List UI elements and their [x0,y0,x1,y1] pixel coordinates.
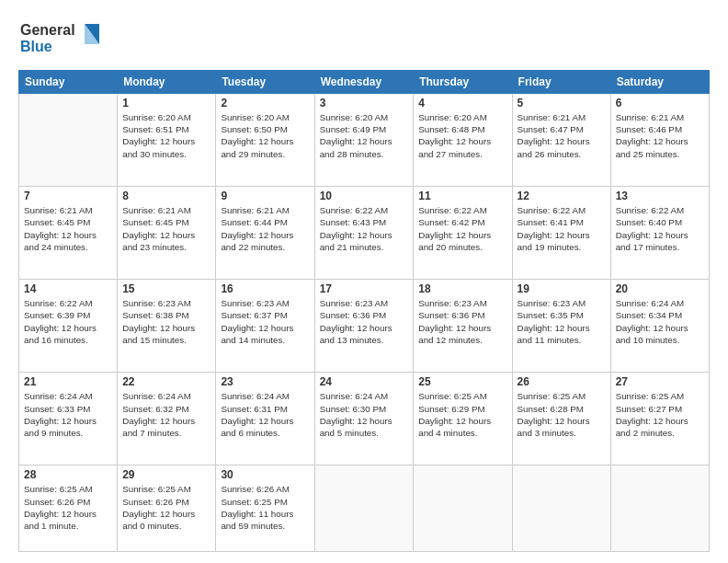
day-number: 8 [122,190,210,202]
day-info: Sunrise: 6:24 AM Sunset: 6:31 PM Dayligh… [221,390,309,439]
day-number: 28 [24,468,112,481]
calendar-cell: 24Sunrise: 6:24 AM Sunset: 6:30 PM Dayli… [314,373,414,465]
calendar-cell: 15Sunrise: 6:23 AM Sunset: 6:38 PM Dayli… [118,280,216,373]
day-info: Sunrise: 6:22 AM Sunset: 6:41 PM Dayligh… [518,204,606,253]
calendar-cell: 10Sunrise: 6:22 AM Sunset: 6:43 PM Dayli… [314,187,414,280]
day-info: Sunrise: 6:23 AM Sunset: 6:37 PM Dayligh… [221,297,309,346]
weekday-header-saturday: Saturday [610,71,709,94]
day-info: Sunrise: 6:25 AM Sunset: 6:27 PM Dayligh… [616,390,704,439]
day-number: 5 [518,97,606,109]
calendar-cell: 7Sunrise: 6:21 AM Sunset: 6:45 PM Daylig… [19,187,118,280]
logo: General Blue [18,17,101,61]
day-info: Sunrise: 6:24 AM Sunset: 6:34 PM Dayligh… [616,297,704,346]
calendar-week-4: 21Sunrise: 6:24 AM Sunset: 6:33 PM Dayli… [19,373,710,465]
day-info: Sunrise: 6:20 AM Sunset: 6:51 PM Dayligh… [122,111,210,160]
calendar-cell: 22Sunrise: 6:24 AM Sunset: 6:32 PM Dayli… [118,373,216,465]
calendar-week-5: 28Sunrise: 6:25 AM Sunset: 6:26 PM Dayli… [19,465,710,552]
calendar-cell: 16Sunrise: 6:23 AM Sunset: 6:37 PM Dayli… [216,280,314,373]
weekday-header-row: SundayMondayTuesdayWednesdayThursdayFrid… [19,71,710,94]
calendar-cell: 5Sunrise: 6:21 AM Sunset: 6:47 PM Daylig… [512,94,610,187]
svg-text:General: General [20,22,75,38]
calendar-cell: 11Sunrise: 6:22 AM Sunset: 6:42 PM Dayli… [414,187,512,280]
day-number: 11 [418,190,506,202]
logo-text: General Blue [18,17,101,61]
header: General Blue [18,17,710,61]
day-info: Sunrise: 6:22 AM Sunset: 6:43 PM Dayligh… [320,204,409,253]
day-number: 19 [518,282,606,295]
day-number: 13 [616,190,704,202]
day-number: 25 [418,375,506,388]
day-info: Sunrise: 6:21 AM Sunset: 6:47 PM Dayligh… [518,111,606,160]
calendar-cell: 18Sunrise: 6:23 AM Sunset: 6:36 PM Dayli… [414,280,512,373]
day-number: 1 [122,97,210,109]
day-info: Sunrise: 6:25 AM Sunset: 6:26 PM Dayligh… [24,483,112,532]
calendar-week-1: 1Sunrise: 6:20 AM Sunset: 6:51 PM Daylig… [19,94,710,187]
weekday-header-tuesday: Tuesday [216,71,314,94]
calendar-cell [610,465,709,552]
calendar-cell: 17Sunrise: 6:23 AM Sunset: 6:36 PM Dayli… [314,280,414,373]
day-number: 3 [320,97,409,109]
day-info: Sunrise: 6:25 AM Sunset: 6:28 PM Dayligh… [518,390,606,439]
day-number: 29 [122,468,210,481]
calendar-cell [414,465,512,552]
calendar-cell: 28Sunrise: 6:25 AM Sunset: 6:26 PM Dayli… [19,465,118,552]
day-info: Sunrise: 6:20 AM Sunset: 6:48 PM Dayligh… [418,111,506,160]
calendar-cell [314,465,414,552]
day-info: Sunrise: 6:24 AM Sunset: 6:32 PM Dayligh… [122,390,210,439]
day-info: Sunrise: 6:20 AM Sunset: 6:50 PM Dayligh… [221,111,309,160]
day-number: 4 [418,97,506,109]
calendar-cell: 13Sunrise: 6:22 AM Sunset: 6:40 PM Dayli… [610,187,709,280]
day-info: Sunrise: 6:24 AM Sunset: 6:33 PM Dayligh… [24,390,112,439]
day-number: 27 [616,375,704,388]
day-info: Sunrise: 6:21 AM Sunset: 6:45 PM Dayligh… [24,204,112,253]
day-info: Sunrise: 6:21 AM Sunset: 6:46 PM Dayligh… [616,111,704,160]
day-info: Sunrise: 6:22 AM Sunset: 6:40 PM Dayligh… [616,204,704,253]
weekday-header-sunday: Sunday [19,71,118,94]
calendar-cell: 14Sunrise: 6:22 AM Sunset: 6:39 PM Dayli… [19,280,118,373]
day-number: 7 [24,190,112,202]
calendar-cell: 25Sunrise: 6:25 AM Sunset: 6:29 PM Dayli… [414,373,512,465]
calendar-cell: 21Sunrise: 6:24 AM Sunset: 6:33 PM Dayli… [19,373,118,465]
day-info: Sunrise: 6:23 AM Sunset: 6:35 PM Dayligh… [518,297,606,346]
weekday-header-monday: Monday [118,71,216,94]
calendar-cell: 1Sunrise: 6:20 AM Sunset: 6:51 PM Daylig… [118,94,216,187]
day-number: 16 [221,282,309,295]
calendar-week-3: 14Sunrise: 6:22 AM Sunset: 6:39 PM Dayli… [19,280,710,373]
day-info: Sunrise: 6:23 AM Sunset: 6:36 PM Dayligh… [418,297,506,346]
day-info: Sunrise: 6:24 AM Sunset: 6:30 PM Dayligh… [320,390,409,439]
day-number: 2 [221,97,309,109]
day-number: 17 [320,282,409,295]
calendar-cell: 20Sunrise: 6:24 AM Sunset: 6:34 PM Dayli… [610,280,709,373]
day-number: 23 [221,375,309,388]
calendar-cell: 9Sunrise: 6:21 AM Sunset: 6:44 PM Daylig… [216,187,314,280]
calendar-table: SundayMondayTuesdayWednesdayThursdayFrid… [18,70,710,552]
day-number: 14 [24,282,112,295]
day-number: 9 [221,190,309,202]
calendar-cell: 8Sunrise: 6:21 AM Sunset: 6:45 PM Daylig… [118,187,216,280]
day-number: 20 [616,282,704,295]
calendar-cell: 29Sunrise: 6:25 AM Sunset: 6:26 PM Dayli… [118,465,216,552]
day-info: Sunrise: 6:23 AM Sunset: 6:36 PM Dayligh… [320,297,409,346]
calendar-cell: 26Sunrise: 6:25 AM Sunset: 6:28 PM Dayli… [512,373,610,465]
weekday-header-thursday: Thursday [414,71,512,94]
day-info: Sunrise: 6:20 AM Sunset: 6:49 PM Dayligh… [320,111,409,160]
calendar-cell: 4Sunrise: 6:20 AM Sunset: 6:48 PM Daylig… [414,94,512,187]
calendar-cell: 27Sunrise: 6:25 AM Sunset: 6:27 PM Dayli… [610,373,709,465]
page: General Blue SundayMondayTuesdayWednesda… [0,0,728,563]
calendar-cell: 30Sunrise: 6:26 AM Sunset: 6:25 PM Dayli… [216,465,314,552]
day-number: 30 [221,468,309,481]
weekday-header-wednesday: Wednesday [314,71,414,94]
day-info: Sunrise: 6:22 AM Sunset: 6:42 PM Dayligh… [418,204,506,253]
day-info: Sunrise: 6:21 AM Sunset: 6:44 PM Dayligh… [221,204,309,253]
day-number: 6 [616,97,704,109]
day-info: Sunrise: 6:21 AM Sunset: 6:45 PM Dayligh… [122,204,210,253]
svg-text:Blue: Blue [20,39,52,54]
day-number: 22 [122,375,210,388]
day-number: 24 [320,375,409,388]
day-number: 10 [320,190,409,202]
day-number: 12 [518,190,606,202]
day-info: Sunrise: 6:26 AM Sunset: 6:25 PM Dayligh… [221,483,309,532]
day-info: Sunrise: 6:25 AM Sunset: 6:26 PM Dayligh… [122,483,210,532]
day-number: 21 [24,375,112,388]
calendar-week-2: 7Sunrise: 6:21 AM Sunset: 6:45 PM Daylig… [19,187,710,280]
